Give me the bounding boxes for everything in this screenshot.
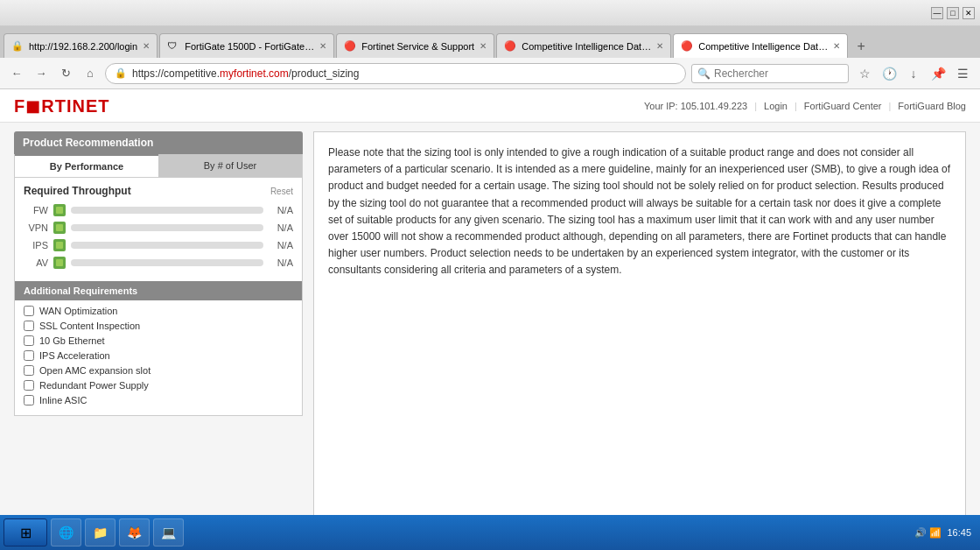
ips-label: IPS bbox=[24, 240, 48, 250]
tab-1[interactable]: 🔒 http://192.168.2.200/login ✕ bbox=[4, 33, 158, 58]
taskbar-item-firefox[interactable]: 🦊 bbox=[119, 518, 150, 546]
taskbar-item-computer[interactable]: 💻 bbox=[153, 518, 184, 546]
tray-icons: 🔊 📶 bbox=[914, 527, 942, 539]
checkbox-amc[interactable] bbox=[24, 365, 34, 376]
fw-value: N/A bbox=[269, 205, 293, 215]
tabs-bar: 🔒 http://192.168.2.200/login ✕ 🛡 FortiGa… bbox=[0, 26, 980, 58]
search-input-wrapper[interactable]: 🔍 bbox=[691, 64, 849, 83]
tab-favicon-1: 🔒 bbox=[11, 40, 24, 53]
checkbox-label-wan[interactable]: WAN Optimization bbox=[39, 306, 117, 316]
checkbox-item-wan: WAN Optimization bbox=[24, 306, 293, 316]
av-value: N/A bbox=[269, 257, 293, 268]
download-button[interactable]: ↓ bbox=[903, 63, 924, 84]
tab-4[interactable]: 🔴 Competitive Intelligence Data... ✕ bbox=[496, 33, 671, 58]
back-button[interactable]: ← bbox=[7, 64, 26, 83]
vpn-slider[interactable] bbox=[71, 224, 263, 231]
tab-close-4[interactable]: ✕ bbox=[656, 41, 663, 51]
tab-label-1: http://192.168.2.200/login bbox=[29, 41, 137, 52]
checkbox-label-ips-acceleration[interactable]: IPS Acceleration bbox=[39, 350, 110, 361]
tab-label-2: FortiGate 1500D - FortiGate_15... bbox=[185, 41, 314, 52]
slider-row-av: AV N/A bbox=[24, 257, 293, 269]
checkbox-ssl[interactable] bbox=[24, 321, 34, 331]
history-button[interactable]: 🕐 bbox=[878, 63, 900, 84]
tab-2[interactable]: 🛡 FortiGate 1500D - FortiGate_15... ✕ bbox=[159, 33, 334, 58]
menu-button[interactable]: ☰ bbox=[952, 63, 973, 84]
tab-close-2[interactable]: ✕ bbox=[319, 41, 326, 51]
vpn-label: VPN bbox=[24, 222, 48, 233]
tab-favicon-3: 🔴 bbox=[344, 40, 356, 53]
ips-value: N/A bbox=[269, 240, 293, 250]
tab-3[interactable]: 🔴 Fortinet Service & Support ✕ bbox=[336, 33, 494, 58]
fw-slider[interactable] bbox=[71, 207, 263, 214]
checkbox-list: WAN Optimization SSL Content Inspection … bbox=[15, 300, 302, 415]
vpn-icon bbox=[53, 222, 66, 234]
fortiguard-blog-link[interactable]: FortiGuard Blog bbox=[898, 101, 966, 111]
checkbox-10gb[interactable] bbox=[24, 335, 34, 346]
start-button[interactable]: ⊞ bbox=[4, 518, 47, 546]
explorer-icon: 📁 bbox=[93, 525, 108, 539]
taskbar-item-ie[interactable]: 🌐 bbox=[51, 518, 81, 546]
product-recommendation-header: Product Recommendation bbox=[14, 131, 303, 154]
right-panel: Please note that the sizing tool is only… bbox=[313, 131, 966, 541]
search-icon: 🔍 bbox=[697, 67, 710, 80]
checkbox-label-redundant-power[interactable]: Redundant Power Supply bbox=[39, 380, 149, 391]
checkbox-item-rps: Redundant Power Supply bbox=[24, 380, 293, 391]
checkbox-label-amc[interactable]: Open AMC expansion slot bbox=[39, 365, 150, 376]
taskbar-item-explorer[interactable]: 📁 bbox=[85, 518, 116, 546]
tab-label-3: Fortinet Service & Support bbox=[361, 41, 474, 52]
checkbox-redundant-power[interactable] bbox=[24, 380, 34, 391]
fw-icon bbox=[53, 204, 66, 216]
throughput-section: Required Throughput Reset FW N/A bbox=[15, 178, 302, 281]
tab-close-3[interactable]: ✕ bbox=[480, 41, 486, 51]
checkbox-wan[interactable] bbox=[24, 306, 34, 316]
browser-frame: — □ ✕ 🔒 http://192.168.2.200/login ✕ 🛡 F… bbox=[0, 0, 980, 550]
tab-favicon-5: 🔴 bbox=[681, 40, 693, 53]
checkbox-item-10gb: 10 Gb Ethernet bbox=[24, 335, 293, 346]
tab-label-5: Competitive Intelligence Data... bbox=[698, 41, 828, 52]
checkbox-item-ips-accel: IPS Acceleration bbox=[24, 350, 293, 361]
reset-link[interactable]: Reset bbox=[270, 187, 293, 196]
checkbox-label-inline-asic[interactable]: Inline ASIC bbox=[39, 395, 87, 405]
forward-button[interactable]: → bbox=[32, 64, 51, 83]
checkbox-inline-asic[interactable] bbox=[24, 395, 34, 405]
extensions-button[interactable]: 📌 bbox=[928, 63, 948, 84]
tab-close-1[interactable]: ✕ bbox=[143, 41, 150, 51]
tab-by-user[interactable]: By # of User bbox=[158, 154, 302, 177]
checkbox-item-asic: Inline ASIC bbox=[24, 395, 293, 405]
fortiguard-center-link[interactable]: FortiGuard Center bbox=[804, 101, 882, 111]
login-link[interactable]: Login bbox=[764, 101, 788, 111]
taskbar: ⊞ 🌐 📁 🦊 💻 🔊 📶 16:45 bbox=[0, 515, 980, 550]
page-content: F◼RTINET Your IP: 105.101.49.223 | Login… bbox=[0, 89, 980, 550]
search-input[interactable] bbox=[714, 67, 843, 80]
ie-icon: 🌐 bbox=[59, 525, 74, 539]
checkbox-item-ssl: SSL Content Inspection bbox=[24, 321, 293, 331]
clock: 16:45 bbox=[947, 527, 971, 538]
additional-requirements-header: Additional Requirements bbox=[15, 281, 302, 300]
av-icon bbox=[53, 257, 66, 269]
new-tab-button[interactable]: + bbox=[850, 35, 872, 58]
ips-slider[interactable] bbox=[71, 242, 263, 249]
window-controls: — □ ✕ bbox=[931, 7, 975, 19]
tab-label-4: Competitive Intelligence Data... bbox=[522, 41, 651, 52]
av-slider[interactable] bbox=[71, 259, 263, 266]
top-bar-links: Your IP: 105.101.49.223 | Login | FortiG… bbox=[644, 101, 966, 111]
maximize-button[interactable]: □ bbox=[947, 7, 959, 19]
checkbox-item-amc: Open AMC expansion slot bbox=[24, 365, 293, 376]
close-button[interactable]: ✕ bbox=[962, 7, 975, 19]
checkbox-label-ssl[interactable]: SSL Content Inspection bbox=[39, 321, 140, 331]
bookmark-button[interactable]: ☆ bbox=[854, 63, 875, 84]
home-button[interactable]: ⌂ bbox=[80, 64, 100, 83]
slider-row-fw: FW N/A bbox=[24, 204, 293, 216]
additional-requirements-section: Additional Requirements WAN Optimization… bbox=[15, 281, 302, 415]
slider-row-vpn: VPN N/A bbox=[24, 222, 293, 234]
minimize-button[interactable]: — bbox=[931, 7, 943, 19]
panel-tabs: By Performance By # of User bbox=[15, 154, 302, 178]
checkbox-ips-acceleration[interactable] bbox=[24, 350, 34, 361]
left-panel: Product Recommendation By Performance By… bbox=[14, 131, 303, 541]
checkbox-label-10gb[interactable]: 10 Gb Ethernet bbox=[39, 335, 105, 346]
reload-button[interactable]: ↻ bbox=[56, 64, 75, 83]
tab-by-performance[interactable]: By Performance bbox=[15, 154, 158, 177]
tab-close-5[interactable]: ✕ bbox=[833, 41, 840, 51]
tab-5[interactable]: 🔴 Competitive Intelligence Data... ✕ bbox=[673, 33, 848, 58]
fortinet-top-bar: F◼RTINET Your IP: 105.101.49.223 | Login… bbox=[0, 89, 980, 123]
